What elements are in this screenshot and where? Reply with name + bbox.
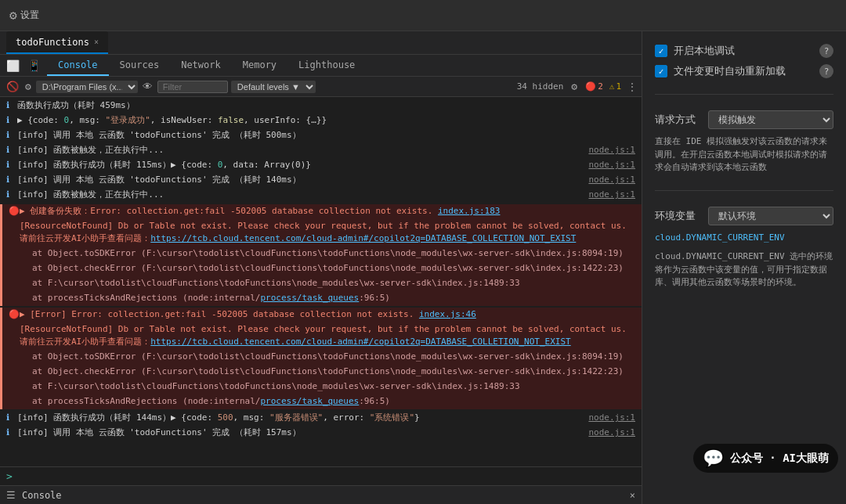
error-source-link[interactable]: index.js:183 — [438, 206, 500, 216]
error2-stack-text: at processTicksAndRejections (node:inter… — [20, 395, 635, 408]
error2-desc-line: [ResourceNotFound] Db or Table not exist… — [2, 322, 642, 350]
error2-title-line: 🔴 ▶ [Error] Error: collection.get:fail -… — [2, 308, 642, 322]
main-layout: todoFunctions × ⬜ 📱 Console Sources Netw… — [0, 31, 846, 504]
error-desc-text: [ResourceNotFound] Db or Table not exist… — [20, 220, 635, 245]
log-line: ℹ [info] 函数被触发，正在执行中... node.js:1 — [0, 188, 642, 203]
nav-tabs: Console Sources Network Memory Lighthous… — [47, 55, 366, 76]
log-line: ℹ ▶ {code: 0, msg: "登录成功", isNewUser: fa… — [0, 113, 642, 128]
log-text: [info] 调用 本地 云函数 'todoFunctions' 完成 （耗时 … — [17, 427, 588, 439]
tab-todofunctions[interactable]: todoFunctions × — [6, 31, 108, 54]
auto-reload-checkbox-row: 文件变更时自动重新加载 ? — [655, 64, 833, 78]
bottom-nav-icon[interactable]: ☰ — [6, 489, 16, 501]
error2-help-link[interactable]: https://tcb.cloud.tencent.com/cloud-admi… — [150, 337, 570, 347]
request-method-section: 请求方式 模拟触发 直接在 IDE 模拟强触发对该云函数的请求来调用。在开启云函… — [655, 110, 833, 175]
auto-reload-checkbox[interactable] — [655, 65, 667, 77]
right-divider-2 — [655, 190, 833, 191]
trailing-log-2: ℹ [info] 调用 本地 云函数 'todoFunctions' 完成 （耗… — [0, 426, 642, 441]
error-stack-text: at F:\cursor\todolist\cloudFunctions\tod… — [20, 277, 635, 290]
debug-options-section: 开启本地调试 ? 文件变更时自动重新加载 ? — [655, 44, 833, 78]
log-line: ℹ [info] 调用 本地 云函数 'todoFunctions' 完成 （耗… — [0, 128, 642, 143]
error-icon: 🔴 — [585, 81, 596, 92]
log-source[interactable]: node.js:1 — [588, 412, 635, 424]
file-tab-bar: todoFunctions × — [0, 31, 642, 55]
console-toolbar: 🚫 ⚙ D:\Program Files (x... 👁 Default lev… — [0, 77, 642, 97]
info-indicator: ℹ — [6, 144, 17, 157]
badge-area: 34 hidden ⚙ 🔴 2 ⚠ 1 ⋮ — [514, 79, 637, 94]
warn-badge: ⚠ 1 — [609, 81, 621, 92]
log-text: [info] 函数被触发，正在执行中... — [17, 189, 588, 201]
log-source[interactable]: node.js:1 — [588, 159, 635, 171]
error-desc-line: [ResourceNotFound] Db or Table not exist… — [2, 219, 642, 247]
error2-indicator: 🔴 — [9, 308, 20, 321]
console-output[interactable]: ℹ 函数执行成功（耗时 459ms） ℹ ▶ {code: 0, msg: "登… — [0, 97, 642, 466]
more-options-icon[interactable]: ⋮ — [627, 81, 637, 92]
log-source[interactable]: node.js:1 — [588, 189, 635, 201]
bottom-close-icon[interactable]: × — [630, 490, 635, 501]
error2-stack-text: at Object.checkError (F:\cursor\todolist… — [20, 365, 635, 378]
error2-source-link[interactable]: index.js:46 — [419, 309, 476, 319]
tab-memory[interactable]: Memory — [232, 55, 287, 76]
log-source[interactable]: node.js:1 — [588, 427, 635, 439]
error-block-1: 🔴 ▶ 创建备份失败：Error: collection.get:fail -5… — [0, 204, 642, 306]
info-indicator: ℹ — [6, 412, 17, 424]
auto-reload-label: 文件变更时自动重新加载 — [674, 64, 786, 78]
settings-gear-icon[interactable]: ⚙ — [569, 79, 579, 94]
levels-select[interactable]: Default levels ▼ — [231, 81, 316, 93]
local-debug-checkbox[interactable] — [655, 45, 667, 57]
filter-input[interactable] — [157, 81, 228, 93]
process-link[interactable]: process/task_queues — [260, 293, 359, 303]
tab-lighthouse[interactable]: Lighthouse — [287, 55, 366, 76]
log-text: [info] 函数被触发，正在执行中... — [17, 144, 588, 157]
log-text: [info] 调用 本地 云函数 'todoFunctions' 完成 （耗时 … — [17, 129, 635, 142]
tab-close-icon[interactable]: × — [94, 38, 99, 46]
error-badge: 🔴 2 — [585, 81, 603, 92]
error2-stack-text: at F:\cursor\todolist\cloudFunctions\tod… — [20, 380, 635, 393]
device-icon[interactable]: 📱 — [24, 58, 44, 74]
error-help-link[interactable]: https://tcb.cloud.tencent.com/cloud-admi… — [150, 233, 576, 243]
filepath-select[interactable]: D:\Program Files (x... — [36, 81, 138, 93]
log-text: 函数执行成功（耗时 459ms） — [17, 99, 635, 112]
auto-reload-help-icon[interactable]: ? — [819, 64, 833, 78]
env-label: 环境变量 — [655, 209, 702, 223]
info-indicator: ℹ — [6, 189, 17, 201]
error2-stack-line-1: at Object.toSDKError (F:\cursor\todolist… — [2, 350, 642, 365]
tab-console[interactable]: Console — [47, 55, 109, 76]
error2-title-text: ▶ [Error] Error: collection.get:fail -50… — [20, 308, 635, 321]
clear-console-icon[interactable]: 🚫 — [5, 79, 20, 94]
tab-network[interactable]: Network — [170, 55, 232, 76]
devtools-panel: todoFunctions × ⬜ 📱 Console Sources Netw… — [0, 31, 642, 504]
error-stack-line-1: at Object.toSDKError (F:\cursor\todolist… — [2, 247, 642, 261]
filter-toggle-icon[interactable]: ⚙ — [24, 79, 33, 94]
log-source[interactable]: node.js:1 — [588, 174, 635, 186]
error-stack-text: at processTicksAndRejections (node:inter… — [20, 292, 635, 304]
local-debug-label: 开启本地调试 — [674, 44, 735, 58]
log-line: ℹ [info] 调用 本地 云函数 'todoFunctions' 完成 （耗… — [0, 173, 642, 188]
right-divider-1 — [655, 94, 833, 95]
log-source[interactable]: node.js:1 — [588, 144, 635, 157]
error-stack-text: at Object.toSDKError (F:\cursor\todolist… — [20, 247, 635, 260]
settings-icon[interactable]: ⚙ — [9, 8, 17, 23]
error-title-line: 🔴 ▶ 创建备份失败：Error: collection.get:fail -5… — [2, 204, 642, 219]
tab-todofunctions-label: todoFunctions — [16, 37, 89, 48]
error-indicator: 🔴 — [9, 205, 20, 218]
error2-desc-text: [ResourceNotFound] Db or Table not exist… — [20, 323, 635, 348]
error-stack-text: at Object.checkError (F:\cursor\todolist… — [20, 262, 635, 275]
error2-stack-line-3: at F:\cursor\todolist\cloudFunctions\tod… — [2, 380, 642, 394]
request-method-select[interactable]: 模拟触发 — [708, 110, 833, 129]
log-text: [info] 调用 本地 云函数 'todoFunctions' 完成 （耗时 … — [17, 174, 588, 186]
process2-link[interactable]: process/task_queues — [260, 396, 359, 406]
log-line: ℹ [info] 函数被触发，正在执行中... node.js:1 — [0, 143, 642, 158]
console-input[interactable] — [17, 471, 635, 482]
eye-icon[interactable]: 👁 — [141, 79, 154, 94]
log-line: ℹ [info] 函数执行成功（耗时 115ms）▶ {code: 0, dat… — [0, 158, 642, 173]
console-input-bar: > — [0, 466, 642, 485]
info-indicator: ℹ — [6, 99, 17, 112]
log-text: [info] 函数执行成功（耗时 144ms）▶ {code: 500, msg… — [17, 412, 588, 424]
watermark-text: 公众号 · AI大眼萌 — [730, 452, 829, 466]
local-debug-checkbox-row: 开启本地调试 ? — [655, 44, 833, 58]
inspect-icon[interactable]: ⬜ — [3, 58, 23, 74]
tab-sources[interactable]: Sources — [109, 55, 171, 76]
env-select[interactable]: 默认环境 — [708, 207, 833, 225]
error2-stack-line-4: at processTicksAndRejections (node:inter… — [2, 394, 642, 409]
local-debug-help-icon[interactable]: ? — [819, 44, 833, 58]
